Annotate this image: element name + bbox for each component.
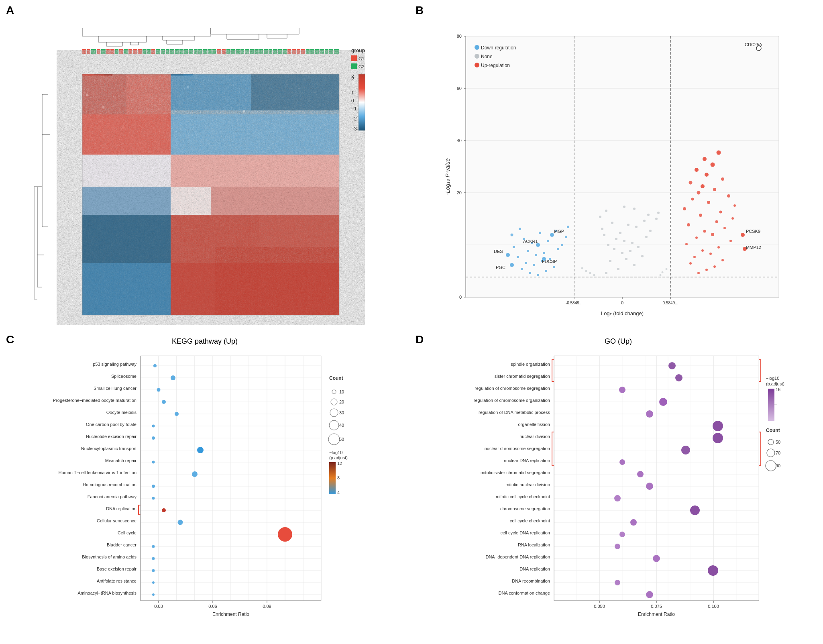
svg-point-194 (701, 249, 704, 252)
svg-text:10: 10 (339, 389, 344, 394)
svg-text:0: 0 (621, 300, 623, 305)
svg-text:Aminoacyl−tRNA biosynthesis: Aminoacyl−tRNA biosynthesis (78, 591, 137, 595)
svg-text:One carbon pool by folate: One carbon pool by folate (86, 422, 136, 427)
svg-point-119 (625, 258, 627, 260)
svg-point-438 (768, 439, 774, 445)
svg-text:cell cycle checkpoint: cell cycle checkpoint (510, 518, 550, 523)
svg-rect-89 (82, 263, 171, 315)
svg-point-117 (633, 264, 636, 266)
svg-rect-38 (255, 49, 259, 54)
volcano-svg: -Log₁₀ P-value (434, 24, 811, 321)
panel-d: D GO (Up) spindle organization sister ch… (409, 329, 823, 644)
svg-point-312 (197, 447, 204, 453)
svg-point-251 (475, 63, 479, 67)
svg-point-319 (278, 527, 292, 542)
panel-c-label: C (6, 333, 14, 346)
svg-point-414 (614, 495, 621, 501)
svg-rect-21 (175, 49, 179, 54)
svg-point-211 (727, 194, 730, 198)
svg-point-308 (162, 400, 166, 404)
svg-point-133 (601, 228, 603, 230)
svg-rect-37 (250, 49, 254, 54)
svg-text:Enrichment Ratio: Enrichment Ratio (638, 611, 675, 617)
svg-point-165 (557, 248, 559, 250)
svg-rect-22 (179, 49, 183, 54)
svg-point-204 (731, 217, 734, 220)
svg-text:30: 30 (339, 410, 344, 415)
svg-point-417 (619, 532, 625, 537)
svg-text:0.050: 0.050 (594, 604, 605, 609)
svg-rect-84 (82, 187, 171, 215)
svg-text:spindle organization: spindle organization (511, 362, 550, 367)
svg-text:(p.adjust): (p.adjust) (329, 455, 348, 460)
svg-text:None: None (481, 54, 493, 59)
svg-point-309 (175, 412, 179, 416)
svg-text:DNA−dependent DNA replication: DNA−dependent DNA replication (485, 554, 550, 559)
svg-point-157 (533, 264, 535, 266)
svg-text:(p.adjust): (p.adjust) (766, 381, 784, 386)
svg-point-403 (668, 362, 676, 369)
svg-rect-49 (306, 49, 310, 54)
svg-point-339 (330, 409, 338, 417)
svg-point-210 (691, 198, 694, 201)
svg-text:nuclear division: nuclear division (519, 434, 550, 439)
svg-text:Spliceosome: Spliceosome (111, 374, 136, 379)
svg-point-131 (619, 232, 621, 234)
svg-point-161 (517, 256, 519, 258)
svg-point-440 (767, 449, 775, 457)
svg-point-153 (529, 272, 531, 274)
svg-point-167 (561, 244, 563, 246)
svg-point-219 (711, 163, 715, 167)
svg-text:−2: −2 (351, 116, 357, 122)
svg-rect-10 (124, 49, 128, 54)
svg-rect-41 (269, 49, 272, 54)
svg-point-419 (653, 555, 660, 562)
svg-text:Up-regulation: Up-regulation (481, 63, 510, 68)
svg-point-306 (171, 375, 175, 380)
svg-rect-75 (243, 110, 245, 112)
svg-text:nuclear chromosome segregation: nuclear chromosome segregation (485, 446, 550, 451)
svg-point-247 (475, 45, 479, 50)
main-container: A (0, 0, 823, 644)
svg-text:Count: Count (329, 375, 343, 381)
svg-rect-79 (251, 74, 339, 110)
svg-point-181 (506, 253, 510, 257)
svg-point-317 (162, 508, 166, 512)
svg-point-192 (693, 256, 696, 258)
svg-text:Fanconi anemia pathway: Fanconi anemia pathway (88, 494, 137, 499)
svg-rect-9 (119, 49, 123, 54)
svg-point-116 (617, 268, 619, 270)
svg-text:−1: −1 (351, 106, 357, 112)
svg-text:group: group (351, 48, 365, 53)
svg-rect-18 (161, 49, 165, 54)
svg-point-190 (689, 262, 692, 265)
svg-point-137 (643, 220, 646, 222)
svg-point-206 (719, 211, 722, 214)
svg-point-323 (152, 581, 155, 584)
svg-text:0.03: 0.03 (154, 604, 163, 609)
svg-text:Oocyte meiosis: Oocyte meiosis (106, 410, 137, 415)
panel-a: A (0, 0, 409, 329)
svg-point-422 (646, 591, 653, 598)
svg-rect-8 (115, 49, 118, 54)
svg-point-418 (615, 544, 620, 549)
svg-point-169 (547, 240, 549, 242)
svg-text:organelle fission: organelle fission (518, 422, 550, 427)
svg-point-343 (328, 434, 340, 445)
svg-point-122 (629, 250, 632, 252)
svg-point-177 (550, 233, 554, 237)
svg-text:G1: G1 (359, 56, 365, 61)
svg-point-150 (662, 271, 664, 273)
svg-point-208 (733, 204, 736, 207)
svg-point-413 (646, 483, 653, 490)
svg-text:0.06: 0.06 (208, 604, 217, 609)
svg-point-146 (589, 272, 591, 274)
svg-rect-78 (171, 74, 251, 110)
svg-point-183 (510, 263, 514, 267)
svg-point-415 (690, 505, 700, 515)
svg-text:sister chromatid segregation: sister chromatid segregation (495, 374, 550, 379)
svg-rect-35 (240, 49, 244, 54)
svg-point-420 (708, 565, 718, 576)
svg-point-136 (611, 222, 613, 224)
svg-text:ACKR1: ACKR1 (523, 239, 538, 244)
